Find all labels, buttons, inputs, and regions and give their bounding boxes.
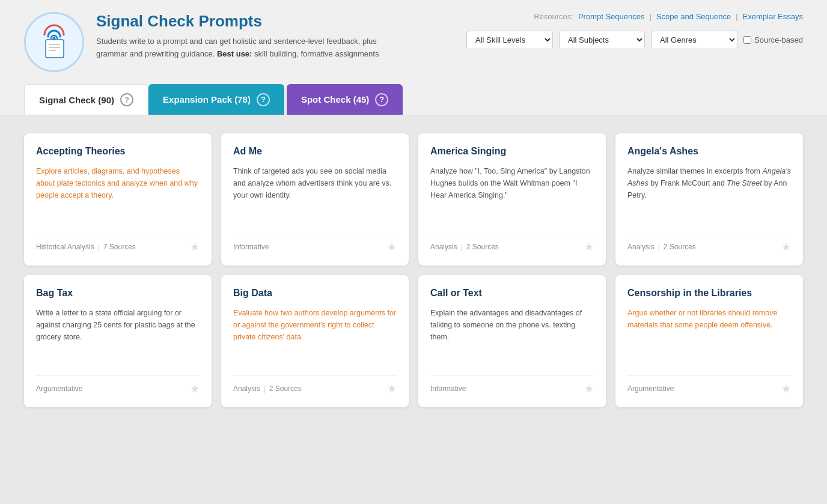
svg-rect-0	[46, 40, 64, 58]
card-sources: 2 Sources	[664, 243, 696, 251]
tab-spot-check[interactable]: Spot Check (45) ?	[287, 84, 403, 115]
card-description: Think of targeted ads you see on social …	[233, 165, 397, 224]
card-type: Argumentative	[36, 384, 82, 393]
card-star[interactable]: ★	[584, 240, 594, 254]
logo-icon	[35, 23, 74, 62]
card-title: Angela's Ashes	[627, 145, 791, 158]
resources-label: Resources:	[534, 12, 573, 21]
logo	[24, 12, 84, 72]
card-description: Explain the advantages and disadvantages…	[430, 307, 594, 366]
source-based-filter: Source-based	[743, 35, 803, 44]
card-footer: Argumentative ★	[627, 375, 791, 395]
card-description: Write a letter to a state official argui…	[36, 307, 200, 366]
tab-spot-label: Spot Check (45)	[301, 94, 369, 105]
card-america-singing: America Singing Analyze how "I, Too, Sin…	[418, 133, 606, 266]
tabs-bar: Signal Check (90) ? Expansion Pack (78) …	[24, 84, 803, 115]
source-based-label[interactable]: Source-based	[754, 35, 803, 44]
tab-expansion-label: Expansion Pack (78)	[163, 94, 251, 105]
card-footer: Informative ★	[430, 375, 594, 395]
card-accepting-theories: Accepting Theories Explore articles, dia…	[24, 133, 212, 266]
card-description: Evaluate how two authors develop argumen…	[233, 307, 397, 366]
card-star[interactable]: ★	[190, 382, 200, 395]
tab-expansion-help[interactable]: ?	[257, 93, 270, 106]
card-footer: Analysis | 2 Sources ★	[430, 234, 594, 254]
card-meta: Analysis | 2 Sources	[233, 384, 302, 393]
card-footer: Historical Analysis | 7 Sources ★	[36, 234, 200, 254]
card-star[interactable]: ★	[781, 240, 791, 254]
card-star[interactable]: ★	[584, 382, 594, 395]
card-star[interactable]: ★	[190, 240, 200, 254]
card-star[interactable]: ★	[387, 240, 397, 254]
card-footer: Argumentative ★	[36, 375, 200, 395]
exemplar-essays-link[interactable]: Exemplar Essays	[743, 12, 803, 21]
svg-point-4	[52, 37, 55, 40]
card-footer: Analysis | 2 Sources ★	[627, 234, 791, 254]
tab-signal-help[interactable]: ?	[120, 93, 133, 106]
card-angelas-ashes: Angela's Ashes Analyze similar themes in…	[615, 133, 803, 266]
card-description: Analyze how "I, Too, Sing America" by La…	[430, 165, 594, 224]
resources-bar: Resources: Prompt Sequences | Scope and …	[534, 12, 803, 21]
content-area: Accepting Theories Explore articles, dia…	[0, 115, 827, 425]
source-based-checkbox[interactable]	[743, 36, 751, 44]
card-description: Analyze similar themes in excerpts from …	[627, 165, 791, 224]
card-star[interactable]: ★	[387, 382, 397, 395]
page-title: Signal Check Prompts	[96, 12, 409, 31]
card-sources: 2 Sources	[269, 384, 302, 393]
card-sources: 2 Sources	[466, 243, 499, 251]
card-sources: 7 Sources	[103, 243, 136, 251]
genre-filter[interactable]: All Genres Argumentative Informative Ana…	[651, 31, 737, 49]
card-ad-me: Ad Me Think of targeted ads you see on s…	[221, 133, 409, 266]
card-meta: Argumentative	[36, 384, 82, 393]
card-meta: Informative	[233, 243, 269, 251]
skill-level-filter[interactable]: All Skill Levels Beginning Intermediate …	[466, 31, 553, 49]
card-type: Argumentative	[627, 384, 674, 393]
filters: All Skill Levels Beginning Intermediate …	[466, 31, 803, 49]
card-type: Analysis	[430, 243, 457, 251]
card-censorship-libraries: Censorship in the Libraries Argue whethe…	[615, 275, 803, 407]
card-type: Analysis	[233, 384, 260, 393]
card-title: Big Data	[233, 287, 397, 300]
card-call-or-text: Call or Text Explain the advantages and …	[418, 275, 606, 407]
card-meta: Informative	[430, 384, 466, 393]
card-type: Informative	[430, 384, 466, 393]
card-footer: Informative ★	[233, 234, 397, 254]
card-footer: Analysis | 2 Sources ★	[233, 375, 397, 395]
card-meta: Historical Analysis | 7 Sources	[36, 243, 136, 251]
card-type: Informative	[233, 243, 269, 251]
subject-filter[interactable]: All Subjects ELA Science Social Studies	[559, 31, 645, 49]
card-description: Argue whether or not libraries should re…	[627, 307, 791, 366]
card-meta: Analysis | 2 Sources	[627, 243, 696, 251]
card-title: Accepting Theories	[36, 145, 200, 158]
prompt-sequences-link[interactable]: Prompt Sequences	[578, 12, 645, 21]
card-type: Historical Analysis	[36, 243, 94, 251]
card-title: Call or Text	[430, 287, 594, 300]
card-bag-tax: Bag Tax Write a letter to a state offici…	[24, 275, 212, 407]
card-big-data: Big Data Evaluate how two authors develo…	[221, 275, 409, 407]
tab-signal-label: Signal Check (90)	[39, 95, 114, 105]
cards-grid: Accepting Theories Explore articles, dia…	[24, 133, 803, 407]
card-meta: Analysis | 2 Sources	[430, 243, 499, 251]
tab-spot-help[interactable]: ?	[375, 93, 388, 106]
header-text: Signal Check Prompts Students write to a…	[96, 12, 409, 61]
card-title: Ad Me	[233, 145, 397, 158]
card-description: Explore articles, diagrams, and hypothes…	[36, 165, 200, 224]
tab-signal-check[interactable]: Signal Check (90) ?	[24, 84, 148, 115]
scope-sequence-link[interactable]: Scope and Sequence	[656, 12, 731, 21]
card-meta: Argumentative	[627, 384, 674, 393]
tab-expansion-pack[interactable]: Expansion Pack (78) ?	[148, 84, 284, 115]
card-title: Bag Tax	[36, 287, 200, 300]
card-title: America Singing	[430, 145, 594, 158]
card-star[interactable]: ★	[781, 382, 791, 395]
card-type: Analysis	[627, 243, 655, 251]
page-description: Students write to a prompt and can get h…	[96, 35, 409, 61]
card-title: Censorship in the Libraries	[627, 287, 791, 300]
header-right: Resources: Prompt Sequences | Scope and …	[466, 12, 803, 49]
